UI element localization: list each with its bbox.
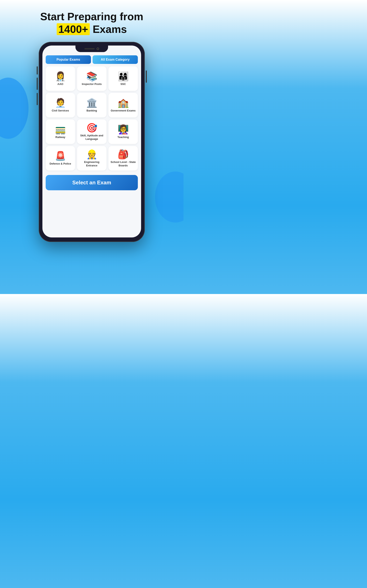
speaker [84, 48, 95, 49]
engineering-entrance-label: Engineering Entrance [79, 160, 104, 167]
teaching-icon: 👩‍🏫 [118, 125, 129, 134]
bg-decoration-left [0, 78, 29, 139]
exam-card-school-level[interactable]: 🎒 School Level - State Boards [108, 146, 138, 171]
banking-label: Banking [86, 109, 97, 112]
aao-icon: 👩‍⚕️ [55, 72, 66, 81]
government-exams-icon: 🏫 [118, 98, 129, 107]
defence-police-label: Defence & Police [50, 162, 71, 165]
inspector-posts-label: Inspector Posts [82, 82, 102, 86]
exam-grid: 👩‍⚕️ AAO 📚 Inspector Posts 👨‍👩‍👧 SSC 🧑‍💼… [42, 64, 141, 173]
exam-card-inspector-posts[interactable]: 📚 Inspector Posts [77, 66, 106, 91]
engineering-entrance-icon: 👷 [86, 150, 98, 159]
header-title: Start Preparing from 1400+ Exams [40, 10, 143, 36]
exam-card-aao[interactable]: 👩‍⚕️ AAO [46, 66, 75, 91]
defence-police-icon: 🚨 [55, 151, 66, 160]
railway-icon: 🚃 [55, 125, 66, 134]
railway-label: Railway [55, 136, 65, 139]
skill-aptitude-icon: 🎯 [86, 123, 98, 132]
civil-services-label: Civil Services [52, 109, 69, 112]
exam-card-skill-aptitude[interactable]: 🎯 Skill, Aptitude and Language [77, 120, 106, 144]
school-level-label: School Level - State Boards [110, 160, 136, 167]
tab-all-exam-category[interactable]: All Exam Category [92, 55, 138, 64]
header-section: Start Preparing from 1400+ Exams [36, 0, 147, 42]
school-level-icon: 🎒 [118, 150, 129, 159]
exam-card-ssc[interactable]: 👨‍👩‍👧 SSC [108, 66, 138, 91]
header-highlight: 1400+ [57, 23, 90, 35]
select-exam-button[interactable]: Select an Exam [46, 175, 138, 190]
tab-bar: Popular Exams All Exam Category [46, 55, 138, 64]
tab-popular-exams[interactable]: Popular Exams [46, 55, 91, 64]
ssc-label: SSC [120, 82, 126, 86]
phone-screen: Popular Exams All Exam Category 👩‍⚕️ AAO… [42, 45, 141, 237]
exam-card-railway[interactable]: 🚃 Railway [46, 120, 75, 144]
header-line2: Exams [92, 23, 127, 35]
civil-services-icon: 🧑‍💼 [55, 98, 66, 107]
teaching-label: Teaching [117, 136, 129, 139]
phone-frame: Popular Exams All Exam Category 👩‍⚕️ AAO… [39, 42, 145, 242]
exam-card-defence-police[interactable]: 🚨 Defence & Police [46, 146, 75, 171]
inspector-posts-icon: 📚 [86, 72, 98, 81]
phone-notch [75, 45, 108, 52]
bg-decoration-right [155, 172, 184, 223]
exam-card-civil-services[interactable]: 🧑‍💼 Civil Services [46, 93, 75, 117]
exam-card-teaching[interactable]: 👩‍🏫 Teaching [108, 120, 138, 144]
header-line1: Start Preparing from [40, 11, 143, 22]
power-button [146, 70, 147, 83]
ssc-icon: 👨‍👩‍👧 [118, 72, 129, 81]
skill-aptitude-label: Skill, Aptitude and Language [79, 134, 104, 141]
volume-down-button [37, 93, 38, 105]
select-exam-label: Select an Exam [72, 180, 111, 186]
exam-card-engineering-entrance[interactable]: 👷 Engineering Entrance [77, 146, 106, 171]
exam-card-banking[interactable]: 🏛️ Banking [77, 93, 106, 117]
volume-up-button [37, 78, 38, 90]
front-camera [97, 48, 99, 50]
banking-icon: 🏛️ [86, 98, 98, 107]
aao-label: AAO [58, 82, 63, 86]
mute-button [37, 66, 38, 75]
government-exams-label: Government Exams [111, 109, 136, 112]
exam-card-government-exams[interactable]: 🏫 Government Exams [108, 93, 138, 117]
